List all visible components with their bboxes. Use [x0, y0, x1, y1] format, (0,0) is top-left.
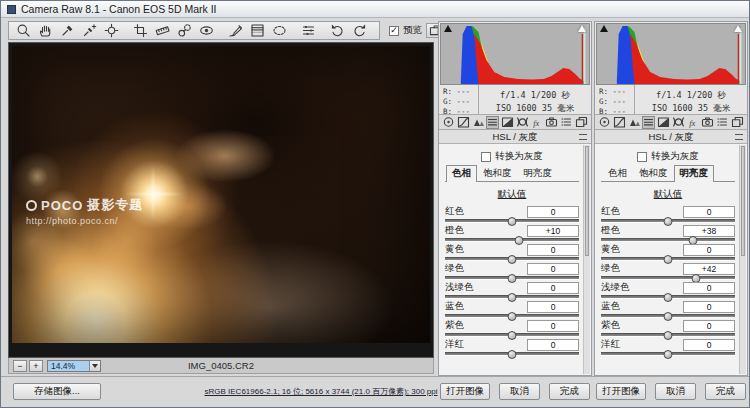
panel-tab-lens-corrections[interactable]: [516, 116, 529, 129]
slider-track[interactable]: [601, 219, 735, 223]
preview-checkbox[interactable]: ✓: [389, 26, 399, 36]
slider-track[interactable]: [445, 257, 579, 261]
histogram[interactable]: [596, 23, 746, 85]
slider-value-box[interactable]: 0: [683, 206, 735, 218]
default-values-link[interactable]: 默认值: [445, 188, 579, 201]
slider-track[interactable]: [445, 314, 579, 318]
spot-removal-tool[interactable]: [173, 22, 195, 39]
scrollbar-thumb[interactable]: [741, 146, 745, 256]
slider-value-box[interactable]: 0: [683, 320, 735, 332]
slider-thumb[interactable]: [508, 350, 517, 359]
straighten-tool[interactable]: [151, 22, 173, 39]
slider-value-box[interactable]: 0: [527, 320, 579, 332]
cancel-button[interactable]: 取消: [499, 383, 540, 400]
done-button[interactable]: 完成: [705, 383, 746, 400]
slider-track[interactable]: [445, 333, 579, 337]
panel-tab-basic[interactable]: [598, 116, 611, 129]
panel-tab-camera-calibration[interactable]: [701, 116, 714, 129]
panel-menu-icon[interactable]: [579, 134, 587, 140]
panel-tab-basic[interactable]: [442, 116, 455, 129]
rotate-left-tool[interactable]: [326, 22, 348, 39]
highlight-clipping-icon[interactable]: [578, 25, 586, 32]
panel-tab-camera-calibration[interactable]: [545, 116, 558, 129]
panel-menu-icon[interactable]: [735, 134, 743, 140]
slider-track[interactable]: [445, 295, 579, 299]
title-bar[interactable]: Camera Raw 8.1 - Canon EOS 5D Mark II: [1, 1, 749, 18]
slider-track[interactable]: [601, 333, 735, 337]
slider-track[interactable]: [601, 295, 735, 299]
cancel-button[interactable]: 取消: [655, 383, 696, 400]
tab-luminance[interactable]: 明亮度: [674, 165, 715, 182]
panel-tab-lens-corrections[interactable]: [672, 116, 685, 129]
red-eye-tool[interactable]: [195, 22, 217, 39]
panel-tab-split-toning[interactable]: [501, 116, 514, 129]
slider-track[interactable]: [601, 314, 735, 318]
panel-tab-hsl-grayscale[interactable]: [486, 116, 499, 129]
slider-value-box[interactable]: +10: [527, 225, 579, 237]
panel-tab-presets[interactable]: [560, 116, 573, 129]
slider-track[interactable]: [601, 257, 735, 261]
panel-tab-split-toning[interactable]: [657, 116, 670, 129]
slider-value-box[interactable]: +42: [683, 263, 735, 275]
slider-value-box[interactable]: 0: [527, 263, 579, 275]
open-image-button[interactable]: 打开图像: [440, 383, 490, 400]
scrollbar-thumb[interactable]: [585, 146, 589, 256]
hand-tool[interactable]: [34, 22, 56, 39]
slider-value-box[interactable]: 0: [683, 339, 735, 351]
slider-value-box[interactable]: 0: [527, 206, 579, 218]
panel-tab-snapshots[interactable]: [575, 116, 588, 129]
slider-track[interactable]: [601, 238, 735, 242]
adjustment-brush-tool[interactable]: [224, 22, 246, 39]
panel-tab-effects[interactable]: fx: [687, 116, 700, 129]
radial-filter-tool[interactable]: [268, 22, 290, 39]
histogram[interactable]: [440, 23, 590, 85]
panel-tab-snapshots[interactable]: [731, 116, 744, 129]
white-balance-tool[interactable]: [56, 22, 78, 39]
slider-value-box[interactable]: 0: [683, 301, 735, 313]
slider-thumb[interactable]: [664, 350, 673, 359]
tab-saturation[interactable]: 饱和度: [633, 165, 674, 181]
panel-tab-tone-curve[interactable]: [457, 116, 470, 129]
slider-track[interactable]: [601, 352, 735, 356]
photo-canvas[interactable]: POCO 摄影专题 http://photo.poco.cn/: [12, 46, 430, 343]
tab-hue[interactable]: 色相: [602, 165, 633, 181]
shadow-clipping-icon[interactable]: [444, 25, 452, 32]
panel-scrollbar[interactable]: [583, 145, 590, 374]
slider-track[interactable]: [445, 352, 579, 356]
slider-track[interactable]: [445, 276, 579, 280]
tab-luminance[interactable]: 明亮度: [518, 165, 559, 181]
shadow-clipping-icon[interactable]: [600, 25, 608, 32]
panel-tab-hsl-grayscale[interactable]: [642, 116, 655, 129]
panel-tab-detail[interactable]: [472, 116, 485, 129]
panel-tab-presets[interactable]: [716, 116, 729, 129]
slider-track[interactable]: [445, 219, 579, 223]
slider-value-box[interactable]: 0: [527, 339, 579, 351]
panel-tab-tone-curve[interactable]: [613, 116, 626, 129]
default-values-link[interactable]: 默认值: [601, 188, 735, 201]
slider-value-box[interactable]: 0: [683, 282, 735, 294]
color-sampler-tool[interactable]: [78, 22, 100, 39]
grayscale-checkbox[interactable]: 转换为灰度: [445, 149, 579, 164]
panel-scrollbar[interactable]: [739, 145, 746, 374]
zoom-tool[interactable]: [12, 22, 34, 39]
done-button[interactable]: 完成: [549, 383, 590, 400]
save-image-button[interactable]: 存储图像...: [13, 383, 101, 400]
slider-value-box[interactable]: 0: [527, 282, 579, 294]
slider-value-box[interactable]: 0: [527, 244, 579, 256]
workflow-options-link[interactable]: sRGB IEC61966-2.1; 16 位; 5616 x 3744 (21…: [196, 386, 446, 397]
highlight-clipping-icon[interactable]: [734, 25, 742, 32]
slider-track[interactable]: [445, 238, 579, 242]
targeted-adjustment-tool[interactable]: [100, 22, 122, 39]
preferences-tool[interactable]: [297, 22, 319, 39]
open-image-button[interactable]: 打开图像: [596, 383, 646, 400]
graduated-filter-tool[interactable]: [246, 22, 268, 39]
crop-tool[interactable]: [129, 22, 151, 39]
panel-tab-effects[interactable]: fx: [531, 116, 544, 129]
slider-value-box[interactable]: +38: [683, 225, 735, 237]
tab-saturation[interactable]: 饱和度: [477, 165, 518, 181]
slider-value-box[interactable]: 0: [683, 244, 735, 256]
rotate-right-tool[interactable]: [348, 22, 370, 39]
tab-hue[interactable]: 色相: [446, 165, 477, 182]
panel-tab-detail[interactable]: [628, 116, 641, 129]
slider-value-box[interactable]: 0: [527, 301, 579, 313]
